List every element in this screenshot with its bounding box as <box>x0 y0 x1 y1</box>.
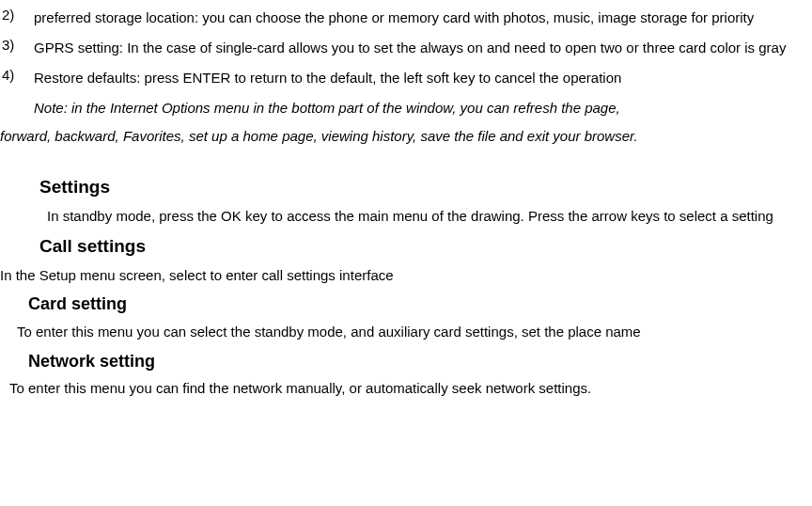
list-number: 3) <box>0 34 34 62</box>
list-text: Restore defaults: press ENTER to return … <box>34 64 808 92</box>
network-setting-heading: Network setting <box>28 348 808 375</box>
network-setting-text: To enter this menu you can find the netw… <box>9 376 808 401</box>
call-settings-text: In the Setup menu screen, select to ente… <box>0 263 808 288</box>
card-setting-heading: Card setting <box>28 291 808 318</box>
note-line-2: forward, backward, Favorites, set up a h… <box>0 122 808 150</box>
list-item-4: 4) Restore defaults: press ENTER to retu… <box>0 64 808 92</box>
list-text: preferred storage location: you can choo… <box>34 4 808 32</box>
note-line-1: Note: in the Internet Options menu in th… <box>0 94 808 122</box>
settings-heading: Settings <box>39 173 808 201</box>
call-settings-heading: Call settings <box>39 232 808 261</box>
list-number: 4) <box>0 64 34 92</box>
settings-text: In standby mode, press the OK key to acc… <box>0 203 808 229</box>
card-setting-text: To enter this menu you can select the st… <box>17 320 808 344</box>
list-number: 2) <box>0 4 34 32</box>
list-text: GPRS setting: In the case of single-card… <box>34 34 808 62</box>
list-item-2: 2) preferred storage location: you can c… <box>0 4 808 32</box>
list-item-3: 3) GPRS setting: In the case of single-c… <box>0 34 808 62</box>
